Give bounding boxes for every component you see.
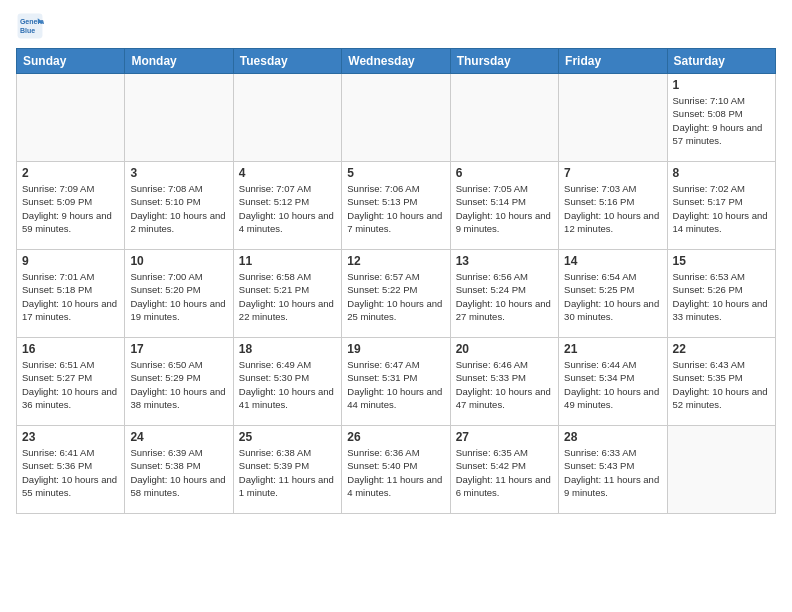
day-number: 5 [347, 166, 444, 180]
calendar: SundayMondayTuesdayWednesdayThursdayFrid… [16, 48, 776, 514]
logo: General Blue [16, 12, 48, 40]
day-info: Sunrise: 6:46 AM Sunset: 5:33 PM Dayligh… [456, 358, 553, 411]
day-number: 12 [347, 254, 444, 268]
day-cell: 25Sunrise: 6:38 AM Sunset: 5:39 PM Dayli… [233, 426, 341, 514]
day-number: 16 [22, 342, 119, 356]
weekday-header-thursday: Thursday [450, 49, 558, 74]
day-info: Sunrise: 7:10 AM Sunset: 5:08 PM Dayligh… [673, 94, 770, 147]
day-number: 20 [456, 342, 553, 356]
day-cell: 21Sunrise: 6:44 AM Sunset: 5:34 PM Dayli… [559, 338, 667, 426]
day-number: 2 [22, 166, 119, 180]
week-row-1: 2Sunrise: 7:09 AM Sunset: 5:09 PM Daylig… [17, 162, 776, 250]
day-number: 28 [564, 430, 661, 444]
day-cell: 2Sunrise: 7:09 AM Sunset: 5:09 PM Daylig… [17, 162, 125, 250]
day-info: Sunrise: 7:07 AM Sunset: 5:12 PM Dayligh… [239, 182, 336, 235]
day-number: 10 [130, 254, 227, 268]
day-number: 23 [22, 430, 119, 444]
day-number: 26 [347, 430, 444, 444]
day-number: 14 [564, 254, 661, 268]
day-cell [450, 74, 558, 162]
day-cell [125, 74, 233, 162]
weekday-header-saturday: Saturday [667, 49, 775, 74]
day-info: Sunrise: 7:06 AM Sunset: 5:13 PM Dayligh… [347, 182, 444, 235]
day-cell: 10Sunrise: 7:00 AM Sunset: 5:20 PM Dayli… [125, 250, 233, 338]
day-cell [233, 74, 341, 162]
day-cell [17, 74, 125, 162]
week-row-0: 1Sunrise: 7:10 AM Sunset: 5:08 PM Daylig… [17, 74, 776, 162]
day-number: 24 [130, 430, 227, 444]
day-info: Sunrise: 6:57 AM Sunset: 5:22 PM Dayligh… [347, 270, 444, 323]
day-info: Sunrise: 6:47 AM Sunset: 5:31 PM Dayligh… [347, 358, 444, 411]
day-number: 11 [239, 254, 336, 268]
day-number: 15 [673, 254, 770, 268]
day-info: Sunrise: 6:50 AM Sunset: 5:29 PM Dayligh… [130, 358, 227, 411]
weekday-header-sunday: Sunday [17, 49, 125, 74]
day-info: Sunrise: 6:53 AM Sunset: 5:26 PM Dayligh… [673, 270, 770, 323]
day-cell: 14Sunrise: 6:54 AM Sunset: 5:25 PM Dayli… [559, 250, 667, 338]
day-cell: 22Sunrise: 6:43 AM Sunset: 5:35 PM Dayli… [667, 338, 775, 426]
day-number: 1 [673, 78, 770, 92]
day-number: 25 [239, 430, 336, 444]
day-cell: 26Sunrise: 6:36 AM Sunset: 5:40 PM Dayli… [342, 426, 450, 514]
logo-icon: General Blue [16, 12, 44, 40]
day-info: Sunrise: 6:51 AM Sunset: 5:27 PM Dayligh… [22, 358, 119, 411]
day-cell [559, 74, 667, 162]
day-info: Sunrise: 6:35 AM Sunset: 5:42 PM Dayligh… [456, 446, 553, 499]
day-number: 7 [564, 166, 661, 180]
day-cell: 9Sunrise: 7:01 AM Sunset: 5:18 PM Daylig… [17, 250, 125, 338]
day-number: 3 [130, 166, 227, 180]
day-cell: 23Sunrise: 6:41 AM Sunset: 5:36 PM Dayli… [17, 426, 125, 514]
day-info: Sunrise: 7:02 AM Sunset: 5:17 PM Dayligh… [673, 182, 770, 235]
weekday-header-tuesday: Tuesday [233, 49, 341, 74]
day-cell: 1Sunrise: 7:10 AM Sunset: 5:08 PM Daylig… [667, 74, 775, 162]
day-info: Sunrise: 7:01 AM Sunset: 5:18 PM Dayligh… [22, 270, 119, 323]
calendar-header: SundayMondayTuesdayWednesdayThursdayFrid… [17, 49, 776, 74]
day-cell: 18Sunrise: 6:49 AM Sunset: 5:30 PM Dayli… [233, 338, 341, 426]
day-cell: 15Sunrise: 6:53 AM Sunset: 5:26 PM Dayli… [667, 250, 775, 338]
day-cell: 4Sunrise: 7:07 AM Sunset: 5:12 PM Daylig… [233, 162, 341, 250]
day-number: 22 [673, 342, 770, 356]
day-info: Sunrise: 6:39 AM Sunset: 5:38 PM Dayligh… [130, 446, 227, 499]
day-number: 19 [347, 342, 444, 356]
page: General Blue SundayMondayTuesdayWednesda… [0, 0, 792, 530]
day-info: Sunrise: 7:08 AM Sunset: 5:10 PM Dayligh… [130, 182, 227, 235]
week-row-4: 23Sunrise: 6:41 AM Sunset: 5:36 PM Dayli… [17, 426, 776, 514]
day-cell: 3Sunrise: 7:08 AM Sunset: 5:10 PM Daylig… [125, 162, 233, 250]
weekday-header-friday: Friday [559, 49, 667, 74]
day-cell: 27Sunrise: 6:35 AM Sunset: 5:42 PM Dayli… [450, 426, 558, 514]
day-cell: 24Sunrise: 6:39 AM Sunset: 5:38 PM Dayli… [125, 426, 233, 514]
day-cell: 20Sunrise: 6:46 AM Sunset: 5:33 PM Dayli… [450, 338, 558, 426]
day-cell: 6Sunrise: 7:05 AM Sunset: 5:14 PM Daylig… [450, 162, 558, 250]
day-cell: 19Sunrise: 6:47 AM Sunset: 5:31 PM Dayli… [342, 338, 450, 426]
day-info: Sunrise: 6:43 AM Sunset: 5:35 PM Dayligh… [673, 358, 770, 411]
day-cell: 16Sunrise: 6:51 AM Sunset: 5:27 PM Dayli… [17, 338, 125, 426]
day-info: Sunrise: 7:00 AM Sunset: 5:20 PM Dayligh… [130, 270, 227, 323]
weekday-row: SundayMondayTuesdayWednesdayThursdayFrid… [17, 49, 776, 74]
day-info: Sunrise: 6:54 AM Sunset: 5:25 PM Dayligh… [564, 270, 661, 323]
day-number: 17 [130, 342, 227, 356]
day-number: 6 [456, 166, 553, 180]
day-info: Sunrise: 7:03 AM Sunset: 5:16 PM Dayligh… [564, 182, 661, 235]
day-cell: 17Sunrise: 6:50 AM Sunset: 5:29 PM Dayli… [125, 338, 233, 426]
day-info: Sunrise: 6:41 AM Sunset: 5:36 PM Dayligh… [22, 446, 119, 499]
day-number: 18 [239, 342, 336, 356]
calendar-body: 1Sunrise: 7:10 AM Sunset: 5:08 PM Daylig… [17, 74, 776, 514]
day-cell: 13Sunrise: 6:56 AM Sunset: 5:24 PM Dayli… [450, 250, 558, 338]
day-number: 21 [564, 342, 661, 356]
day-cell: 11Sunrise: 6:58 AM Sunset: 5:21 PM Dayli… [233, 250, 341, 338]
svg-text:Blue: Blue [20, 27, 35, 34]
day-number: 8 [673, 166, 770, 180]
week-row-3: 16Sunrise: 6:51 AM Sunset: 5:27 PM Dayli… [17, 338, 776, 426]
day-cell: 7Sunrise: 7:03 AM Sunset: 5:16 PM Daylig… [559, 162, 667, 250]
day-info: Sunrise: 6:44 AM Sunset: 5:34 PM Dayligh… [564, 358, 661, 411]
day-info: Sunrise: 6:56 AM Sunset: 5:24 PM Dayligh… [456, 270, 553, 323]
weekday-header-monday: Monday [125, 49, 233, 74]
week-row-2: 9Sunrise: 7:01 AM Sunset: 5:18 PM Daylig… [17, 250, 776, 338]
day-cell: 12Sunrise: 6:57 AM Sunset: 5:22 PM Dayli… [342, 250, 450, 338]
day-cell [667, 426, 775, 514]
day-info: Sunrise: 7:09 AM Sunset: 5:09 PM Dayligh… [22, 182, 119, 235]
day-info: Sunrise: 6:38 AM Sunset: 5:39 PM Dayligh… [239, 446, 336, 499]
day-info: Sunrise: 7:05 AM Sunset: 5:14 PM Dayligh… [456, 182, 553, 235]
weekday-header-wednesday: Wednesday [342, 49, 450, 74]
day-number: 27 [456, 430, 553, 444]
